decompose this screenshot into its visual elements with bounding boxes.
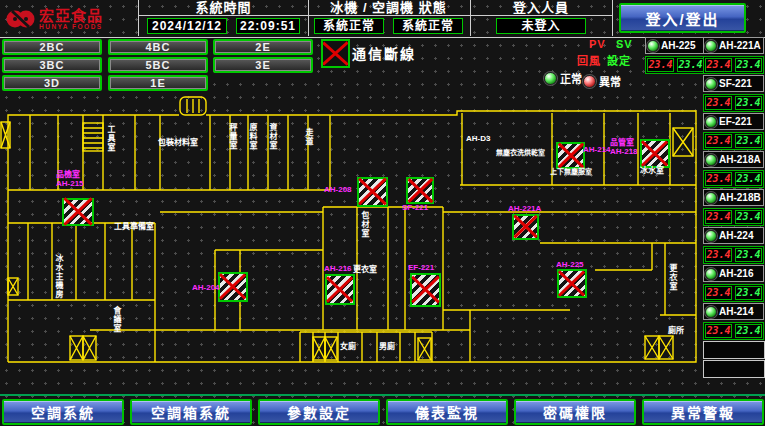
ahu-box-ah208[interactable]	[357, 177, 388, 207]
ahu-box-ah225[interactable]	[557, 269, 587, 298]
sv-display: 23.4	[735, 134, 762, 148]
nav-button-alarm[interactable]: 異常警報	[642, 399, 764, 425]
sv-display: 23.4	[735, 172, 762, 186]
machine-status-panel: 冰機 / 空調機 狀態 系統正常 系統正常	[307, 0, 471, 36]
login-panel: 登入人員 未登入	[470, 0, 613, 36]
pv-tag: PV	[589, 38, 606, 50]
zone-button-3e[interactable]: 3E	[213, 57, 313, 73]
zone-button-2bc[interactable]: 2BC	[2, 39, 102, 55]
comm-fail-icon	[321, 39, 350, 68]
floor-plan: 品檢室AH-215 AH-204 AH-208 SF-221 AH-216 EF…	[0, 93, 712, 396]
zone-button-4bc[interactable]: 4BC	[108, 39, 208, 55]
ahu-box-ah216[interactable]	[325, 274, 355, 305]
return-air-tag: 回風	[577, 52, 601, 68]
hmi-screen: 宏亞食品 HUNYA FOODS 系統時間 2024/12/12 22:09:5…	[0, 0, 765, 426]
nav-button-ac-system[interactable]: 空調系統	[2, 399, 124, 425]
room-label: 工具室	[106, 125, 115, 152]
system-date-value: 2024/12/12	[147, 18, 227, 34]
equipment-label: AH-214	[583, 145, 611, 154]
nav-button-ahu-system[interactable]: 空調箱系統	[130, 399, 252, 425]
room-label: 更衣室	[668, 264, 677, 291]
room-label: 廁所	[668, 326, 684, 335]
pv-display: 23.4	[647, 58, 674, 72]
equipment-label: AH-216	[324, 264, 352, 273]
nav-button-meter-monitor[interactable]: 儀表監視	[386, 399, 508, 425]
comm-fail-label: 通信斷線	[352, 43, 416, 63]
sv-display: 23.4	[735, 58, 762, 72]
machine-status-label: 冰機 / 空調機 狀態	[307, 0, 470, 16]
unit-card-ah221a: AH-221A 23.4 23.4	[703, 37, 764, 74]
room-label: 工具準備室	[114, 222, 154, 231]
staircase-icon	[83, 123, 103, 151]
login-logout-button[interactable]: 登入/登出	[619, 3, 746, 33]
room-label: 男廁	[379, 342, 395, 351]
unit-card-ah218b: AH-218B 23.4 23.4	[703, 189, 764, 226]
setpoint-tag: 設定	[607, 52, 631, 68]
bottom-nav: 空調系統 空調箱系統 參數設定 儀表監視 密碼權限 異常警報	[0, 394, 765, 426]
zone-button-5bc[interactable]: 5BC	[108, 57, 208, 73]
room-label: 冰水室	[640, 166, 664, 175]
sv-display: 23.4	[735, 96, 762, 110]
system-clock-value: 22:09:51	[236, 18, 300, 34]
unit-button-ah224[interactable]: AH-224	[703, 227, 764, 244]
sv-display: 23.4	[735, 324, 762, 338]
entrance-icon	[180, 97, 206, 115]
sv-display: 23.4	[677, 58, 704, 72]
pv-display: 23.4	[705, 58, 732, 72]
ahu-box-ef221[interactable]	[410, 273, 441, 307]
room-label: 包材室	[360, 211, 369, 238]
unit-button-ah221a[interactable]: AH-221A	[703, 37, 764, 54]
unit-button-ef221[interactable]: EF-221	[703, 113, 764, 130]
zone-button-1e[interactable]: 1E	[108, 75, 208, 91]
unit-card-ah214: AH-214 23.4 23.4	[703, 303, 764, 340]
nav-button-password[interactable]: 密碼權限	[514, 399, 636, 425]
unit-button-ah225[interactable]: AH-225	[645, 37, 706, 54]
equipment-label: AH-221A	[508, 204, 541, 213]
stair-icon	[313, 337, 337, 360]
ahu-box-ah214[interactable]	[556, 142, 585, 169]
nav-button-parameters[interactable]: 參數設定	[258, 399, 380, 425]
ahu-box-sf221[interactable]	[406, 177, 434, 204]
ahu-box-ah215[interactable]	[62, 198, 94, 226]
legend-normal: 正常	[544, 70, 582, 86]
unit-button-ah218b[interactable]: AH-218B	[703, 189, 764, 206]
room-label: AH-D3	[466, 134, 490, 143]
sv-display: 23.4	[735, 248, 762, 262]
brand-icon	[5, 4, 35, 34]
stair-icon	[673, 128, 693, 156]
zone-button-3d[interactable]: 3D	[2, 75, 102, 91]
unit-card-ah218a: AH-218A 23.4 23.4	[703, 151, 764, 188]
ahu-box-ah218[interactable]	[640, 139, 670, 168]
unit-button-sf221[interactable]: SF-221	[703, 75, 764, 92]
sv-tag: SV	[616, 38, 633, 50]
unit-button-ah214[interactable]: AH-214	[703, 303, 764, 320]
ahu-box-ah221a[interactable]	[512, 214, 539, 240]
unit-button-ah218a[interactable]: AH-218A	[703, 151, 764, 168]
room-label: 會議室	[112, 306, 121, 333]
logo: 宏亞食品 HUNYA FOODS	[5, 2, 135, 35]
top-bar: 宏亞食品 HUNYA FOODS 系統時間 2024/12/12 22:09:5…	[0, 0, 765, 38]
room-label: 秤量室	[228, 123, 237, 150]
zone-button-3bc[interactable]: 3BC	[2, 57, 102, 73]
normal-led-icon	[544, 72, 557, 85]
zone-button-2e[interactable]: 2E	[213, 39, 313, 55]
equipment-label: AH-204	[192, 283, 220, 292]
ahu-box-ah204[interactable]	[218, 272, 248, 302]
unit-card-ah224: AH-224 23.4 23.4	[703, 227, 764, 264]
unit-card-sf221: SF-221 23.4 23.4	[703, 75, 764, 112]
unit-card-ah216: AH-216 23.4 23.4	[703, 265, 764, 302]
unit-led-icon	[705, 78, 717, 90]
unit-button-ah216[interactable]: AH-216	[703, 265, 764, 282]
equipment-label: EF-221	[408, 263, 434, 272]
legend-abnormal: 異常	[583, 73, 621, 89]
equipment-label: AH-208	[324, 185, 352, 194]
room-label: 女廁	[340, 342, 356, 351]
room-label: 更衣室	[353, 265, 377, 274]
room-label: 上下無塵服室	[550, 167, 592, 176]
unit-card-ef221: EF-221 23.4 23.4	[703, 113, 764, 150]
room-label: 資材室	[268, 123, 277, 150]
ahu-status-value: 系統正常	[393, 18, 463, 34]
spare-slot	[703, 360, 765, 378]
equipment-label: AH-225	[556, 260, 584, 269]
system-time-panel: 系統時間 2024/12/12 22:09:51	[138, 0, 309, 36]
